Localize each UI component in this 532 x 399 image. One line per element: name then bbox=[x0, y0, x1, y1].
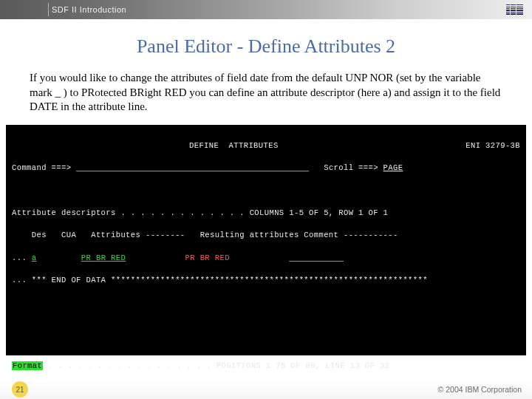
attr-header: Attribute descriptors . . . . . . . . . … bbox=[12, 208, 250, 217]
end-of-data: ... *** END OF DATA ********************… bbox=[12, 275, 520, 286]
attr-columns: Des CUA Attributes -------- Resulting at… bbox=[12, 230, 520, 241]
ibm-logo-icon bbox=[506, 4, 523, 15]
resulting-attrs: PR BR RED bbox=[185, 253, 230, 262]
terminal-env: ENI 3279-3B bbox=[466, 140, 520, 151]
page-number: 21 bbox=[12, 381, 28, 398]
format-position: POSITIONS 1 75 OF 80, LINE 13 OF 32 bbox=[216, 361, 390, 370]
scroll-value[interactable]: PAGE bbox=[383, 163, 403, 172]
des-field[interactable]: a bbox=[32, 253, 37, 262]
format-dots: . . . . . . . . . . . . . . . . . bbox=[43, 361, 211, 370]
scroll-label: Scroll ===> bbox=[324, 163, 378, 172]
page-title: Panel Editor - Define Attributes 2 bbox=[0, 35, 532, 58]
footer: 21 © 2004 IBM Corporation bbox=[0, 380, 532, 399]
command-label: Command ===> bbox=[12, 163, 71, 172]
copyright-text: © 2004 IBM Corporation bbox=[438, 385, 522, 394]
row-marker: ... bbox=[12, 253, 27, 262]
command-input[interactable] bbox=[76, 163, 309, 172]
description-text: If you would like to change the attribut… bbox=[0, 58, 532, 125]
terminal-title: DEFINE ATTRIBUTES bbox=[189, 141, 279, 150]
attr-header-count: COLUMNS 1-5 OF 5, ROW 1 OF 1 bbox=[250, 208, 389, 217]
format-label[interactable]: Format bbox=[12, 361, 43, 370]
top-bar: SDF II Introduction bbox=[0, 0, 532, 19]
terminal-screenshot: DEFINE ATTRIBUTESENI 3279-3B Command ===… bbox=[6, 125, 526, 355]
comment-field[interactable] bbox=[289, 253, 344, 262]
breadcrumb: SDF II Introduction bbox=[52, 5, 126, 14]
attrs-field[interactable]: PR BR RED bbox=[81, 253, 126, 262]
